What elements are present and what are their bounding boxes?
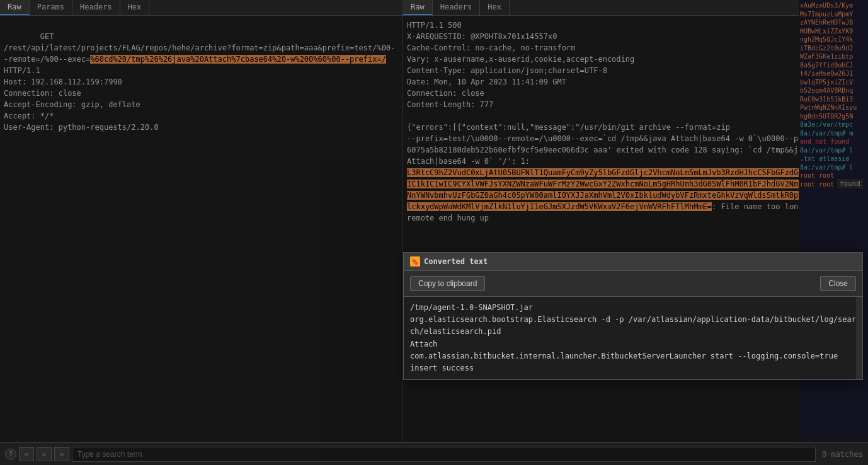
close-button[interactable]: Close bbox=[820, 276, 856, 291]
converted-text-modal: 🔖 Converted text Copy to clipboard Close… bbox=[403, 252, 863, 380]
copy-to-clipboard-button[interactable]: Copy to clipboard bbox=[410, 276, 485, 291]
modal-scrollbar[interactable] bbox=[856, 297, 862, 379]
modal-title-bar: 🔖 Converted text bbox=[404, 253, 862, 271]
modal-content-area: /tmp/agent-1.0-SNAPSHOT.jar org.elastics… bbox=[404, 297, 862, 379]
modal-actions: Copy to clipboard Close bbox=[404, 271, 862, 297]
modal-overlay[interactable] bbox=[0, 0, 868, 465]
modal-icon: 🔖 bbox=[410, 256, 420, 267]
modal-text: /tmp/agent-1.0-SNAPSHOT.jar org.elastics… bbox=[410, 302, 856, 374]
modal-title: Converted text bbox=[424, 257, 488, 266]
